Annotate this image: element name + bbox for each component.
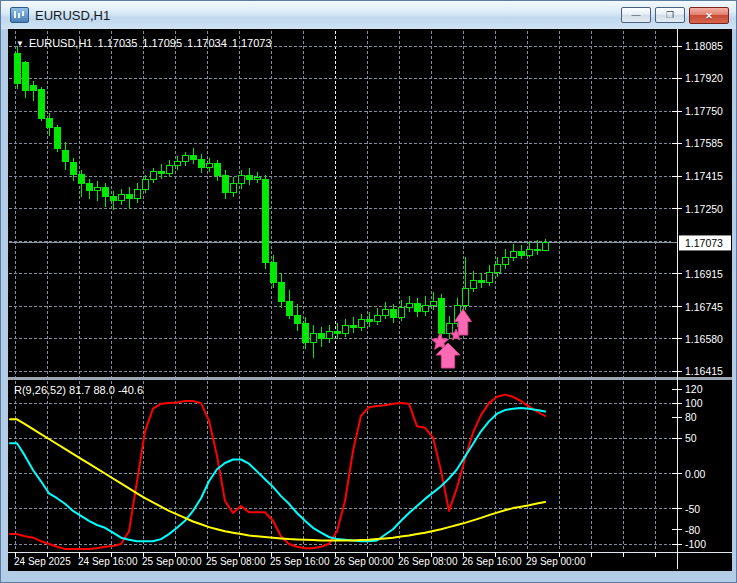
chevron-down-icon[interactable]: ▼ [16,39,24,48]
candle [39,87,45,121]
title-bar[interactable]: EURUSD,H1 — ❐ ✕ [1,1,736,29]
indicator-axis-label: -50 [685,503,700,515]
price-axis-label: 1.16745 [685,301,723,313]
application-window: 1.180851.179201.177501.175851.174151.172… [0,0,737,583]
time-axis-label: 25 Sep 00:00 [142,556,202,567]
price-axis-label: 1.16415 [685,365,723,377]
price-axis-label: 1.17750 [685,105,723,117]
indicator-axis-label: 0.00 [685,468,706,480]
restore-button[interactable]: ❐ [655,7,685,23]
candle [55,125,61,152]
price-axis-label: 1.18085 [685,40,723,52]
ohlc-close: 1.17073 [232,37,272,49]
window-title: EURUSD,H1 [35,8,110,23]
price-axis-label: 1.17415 [685,170,723,182]
price-axis-label: 1.16915 [685,268,723,280]
chart-canvas[interactable]: 1.180851.179201.177501.175851.174151.172… [1,1,737,583]
indicator-label: R(9,26,52) 81.7 88.0 -40.6 [14,384,143,396]
ohlc-high: 1.17095 [142,37,182,49]
chart-ohlc-header: ▼EURUSD,H11.170351.170951.170341.17073 [16,37,277,49]
close-button[interactable]: ✕ [689,7,729,24]
time-axis-label: 24 Sep 2025 [14,556,71,567]
chart-background [8,29,732,571]
time-axis-label: 29 Sep 00:00 [526,556,586,567]
window-controls: — ❐ ✕ [621,7,729,24]
indicator-axis-label: 80 [685,411,697,423]
minimize-button[interactable]: — [621,7,651,23]
indicator-axis-label: 50 [685,432,697,444]
time-axis-label: 24 Sep 16:00 [78,556,138,567]
chart-window-icon [10,7,29,23]
candle [439,294,445,337]
time-axis-label: 26 Sep 08:00 [398,556,458,567]
ohlc-low: 1.17034 [187,37,227,49]
candle [263,175,269,268]
indicator-axis-label: 120 [685,383,703,395]
price-axis-label: 1.17920 [685,72,723,84]
indicator-axis-label: -80 [685,524,700,536]
time-axis-label: 26 Sep 16:00 [462,556,522,567]
time-axis-label: 25 Sep 16:00 [270,556,330,567]
ohlc-open: 1.17035 [98,37,138,49]
current-price-label: 1.17073 [685,237,723,249]
price-axis-label: 1.17585 [685,137,723,149]
indicator-axis-label: -100 [685,538,706,550]
time-axis-label: 25 Sep 08:00 [206,556,266,567]
indicator-axis-label: 100 [685,397,703,409]
price-axis-label: 1.16580 [685,333,723,345]
time-axis-label: 26 Sep 00:00 [334,556,394,567]
price-axis-label: 1.17250 [685,203,723,215]
ohlc-symbol: EURUSD,H1 [29,37,93,49]
pane-separator[interactable] [8,377,732,380]
